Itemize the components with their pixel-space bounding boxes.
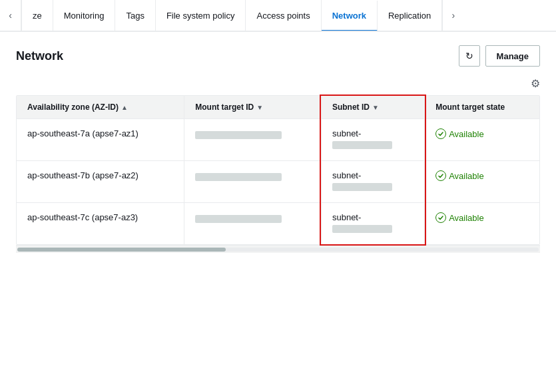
subnet-id-cell-1: subnet- <box>321 119 424 161</box>
col-mount-state: Mount target state <box>425 96 539 119</box>
section-header: Network ↻ Manage <box>16 45 540 67</box>
svg-point-0 <box>436 129 446 139</box>
subnet-id-cell-2: subnet- <box>321 161 424 203</box>
az-cell-2: ap-southeast-7b (apse7-az2) <box>17 161 184 203</box>
sort-subnet-icon[interactable]: ▼ <box>372 104 379 111</box>
refresh-button[interactable]: ↻ <box>459 45 480 67</box>
available-icon-3 <box>435 212 446 223</box>
tab-next-button[interactable]: › <box>442 0 463 31</box>
settings-icon[interactable]: ⚙ <box>531 77 540 90</box>
sort-mount-icon[interactable]: ▼ <box>256 104 263 111</box>
settings-row: ⚙ <box>16 77 540 90</box>
subnet-blurred-2 <box>332 183 392 191</box>
mount-target-id-cell-2 <box>184 161 322 203</box>
header-actions: ↻ Manage <box>459 45 540 67</box>
scroll-bar[interactable] <box>16 245 540 253</box>
tab-prev-button[interactable]: ‹ <box>0 0 21 31</box>
az-cell-3: ap-southeast-7c (apse7-az3) <box>17 203 184 245</box>
subnet-blurred-3 <box>332 225 392 233</box>
main-content: Network ↻ Manage ⚙ Availability zone (AZ… <box>0 32 556 266</box>
mount-id-blurred-2 <box>195 173 282 181</box>
table-wrapper: Availability zone (AZ-ID) ▲ Mount target… <box>16 95 540 245</box>
tab-tags[interactable]: Tags <box>115 0 155 31</box>
table-container: Availability zone (AZ-ID) ▲ Mount target… <box>16 95 540 245</box>
table-row: ap-southeast-7a (apse7-az1) subnet- <box>17 119 539 161</box>
table-row: ap-southeast-7c (apse7-az3) subnet- <box>17 203 539 245</box>
section-title: Network <box>16 49 63 63</box>
tab-replication[interactable]: Replication <box>378 0 442 31</box>
tab-access-points[interactable]: Access points <box>246 0 321 31</box>
mount-target-id-cell-3 <box>184 203 322 245</box>
table-header-row: Availability zone (AZ-ID) ▲ Mount target… <box>17 96 539 119</box>
col-subnet-id: Subnet ID ▼ <box>321 96 424 119</box>
col-mount-target-id: Mount target ID ▼ <box>184 96 322 119</box>
network-table: Availability zone (AZ-ID) ▲ Mount target… <box>17 96 539 244</box>
state-cell-1: Available <box>425 119 539 161</box>
tab-ze[interactable]: ze <box>21 0 53 31</box>
tab-filesystem-policy[interactable]: File system policy <box>156 0 246 31</box>
tab-monitoring[interactable]: Monitoring <box>53 0 116 31</box>
svg-point-1 <box>436 171 446 181</box>
subnet-id-cell-3: subnet- <box>321 203 424 245</box>
tab-network[interactable]: Network <box>322 1 378 31</box>
scroll-thumb[interactable] <box>17 248 226 252</box>
refresh-icon: ↻ <box>465 51 473 61</box>
available-icon-2 <box>435 170 446 181</box>
mount-id-blurred-1 <box>195 131 282 139</box>
state-cell-2: Available <box>425 161 539 203</box>
state-cell-3: Available <box>425 203 539 245</box>
table-row: ap-southeast-7b (apse7-az2) subnet- <box>17 161 539 203</box>
subnet-blurred-1 <box>332 141 392 149</box>
col-az: Availability zone (AZ-ID) ▲ <box>17 96 184 119</box>
sort-az-icon[interactable]: ▲ <box>121 104 128 111</box>
scroll-track <box>17 248 539 252</box>
tab-bar: ‹ ze Monitoring Tags File system policy … <box>0 0 556 32</box>
available-icon-1 <box>435 128 446 139</box>
manage-button[interactable]: Manage <box>485 45 540 67</box>
mount-id-blurred-3 <box>195 215 282 223</box>
svg-point-2 <box>436 213 446 223</box>
az-cell-1: ap-southeast-7a (apse7-az1) <box>17 119 184 161</box>
mount-target-id-cell-1 <box>184 119 322 161</box>
